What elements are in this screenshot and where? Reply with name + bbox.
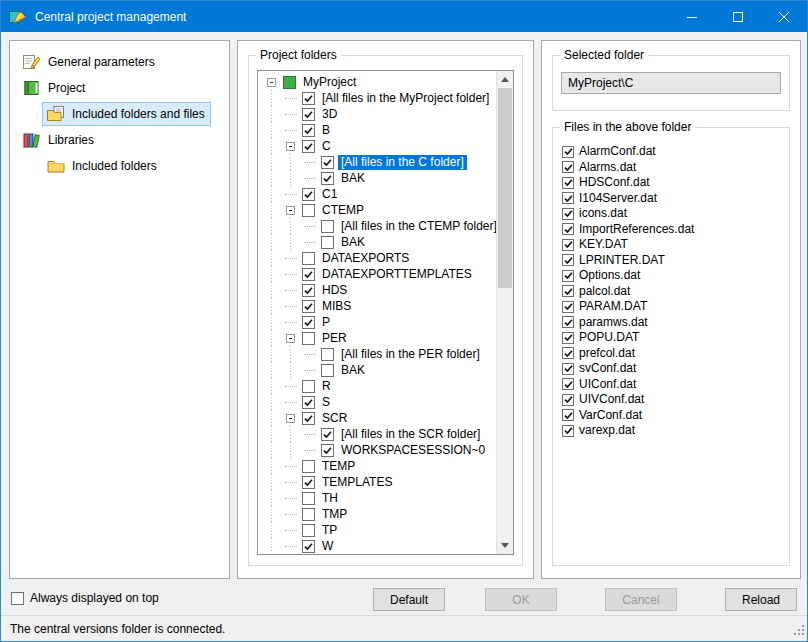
file-item-alarmconf-dat[interactable]: AlarmConf.dat <box>561 144 781 160</box>
tree-item-r[interactable]: R <box>259 378 496 394</box>
checkbox-all-files-in-the-per-folder[interactable] <box>321 348 334 361</box>
file-item-param-dat[interactable]: PARAM.DAT <box>561 299 781 315</box>
file-item-icons-dat[interactable]: icons.dat <box>561 206 781 222</box>
sidebar-item-general-parameters[interactable]: General parameters <box>10 49 229 75</box>
checkbox-alarmconf-dat[interactable] <box>562 146 574 158</box>
checkbox-palcol-dat[interactable] <box>562 285 574 297</box>
tree-item-mibs[interactable]: MIBS <box>259 298 496 314</box>
file-item-key-dat[interactable]: KEY.DAT <box>561 237 781 253</box>
file-item-options-dat[interactable]: Options.dat <box>561 268 781 284</box>
tree-item-bak[interactable]: BAK <box>259 170 496 186</box>
checkbox-per[interactable] <box>302 332 315 345</box>
tree-item-tmp[interactable]: TMP <box>259 506 496 522</box>
file-item-alarms-dat[interactable]: Alarms.dat <box>561 160 781 176</box>
tree-item-all-files-in-the-c-folder[interactable]: [All files in the C folder] <box>259 154 496 170</box>
checkbox-workspacesession-0[interactable] <box>321 444 334 457</box>
tree-item-workspacesession-0[interactable]: WORKSPACESESSION~0 <box>259 442 496 458</box>
checkbox-bak[interactable] <box>321 236 334 249</box>
ok-button[interactable]: OK <box>485 588 557 611</box>
collapse-icon[interactable] <box>267 78 276 87</box>
checkbox-all-files-in-the-scr-folder[interactable] <box>321 428 334 441</box>
scroll-down-button[interactable] <box>497 537 513 554</box>
checkbox-varconf-dat[interactable] <box>562 409 574 421</box>
tree-item-bak[interactable]: BAK <box>259 234 496 250</box>
file-item-uivconf-dat[interactable]: UIVConf.dat <box>561 392 781 408</box>
tree-item-c[interactable]: C <box>259 138 496 154</box>
checkbox-icons-dat[interactable] <box>562 208 574 220</box>
default-button[interactable]: Default <box>373 588 445 611</box>
scroll-up-button[interactable] <box>497 71 513 88</box>
checkbox-alarms-dat[interactable] <box>562 161 574 173</box>
checkbox-lprinter-dat[interactable] <box>562 254 574 266</box>
file-item-hdsconf-dat[interactable]: HDSConf.dat <box>561 175 781 191</box>
tree-item-dataexporttemplates[interactable]: DATAEXPORTTEMPLATES <box>259 266 496 282</box>
file-item-palcol-dat[interactable]: palcol.dat <box>561 284 781 300</box>
collapse-icon[interactable] <box>286 206 295 215</box>
checkbox-varexp-dat[interactable] <box>562 425 574 437</box>
tree-item-3d[interactable]: 3D <box>259 106 496 122</box>
tree-item-all-files-in-the-ctemp-folder[interactable]: [All files in the CTEMP folder] <box>259 218 496 234</box>
checkbox-b[interactable] <box>302 124 315 137</box>
scrollbar-thumb[interactable] <box>498 88 512 288</box>
file-item-varexp-dat[interactable]: varexp.dat <box>561 423 781 439</box>
checkbox-hds[interactable] <box>302 284 315 297</box>
reload-button[interactable]: Reload <box>725 588 797 611</box>
checkbox-ctemp[interactable] <box>302 204 315 217</box>
tree-item-per[interactable]: PER <box>259 330 496 346</box>
sidebar-item-included-folders-and-files[interactable]: Included folders and files <box>10 101 229 127</box>
maximize-button[interactable] <box>715 1 761 32</box>
checkbox-bak[interactable] <box>321 172 334 185</box>
checkbox-options-dat[interactable] <box>562 270 574 282</box>
file-item-uiconf-dat[interactable]: UIConf.dat <box>561 377 781 393</box>
tree-item-p[interactable]: P <box>259 314 496 330</box>
checkbox-key-dat[interactable] <box>562 239 574 251</box>
tree-item-ctemp[interactable]: CTEMP <box>259 202 496 218</box>
file-item-varconf-dat[interactable]: VarConf.dat <box>561 408 781 424</box>
checkbox-scr[interactable] <box>302 412 315 425</box>
titlebar[interactable]: Central project management <box>1 1 807 32</box>
collapse-icon[interactable] <box>286 142 295 151</box>
tree-item-tp[interactable]: TP <box>259 522 496 538</box>
file-item-i104server-dat[interactable]: I104Server.dat <box>561 191 781 207</box>
vertical-scrollbar[interactable] <box>496 71 513 554</box>
checkbox-tmp[interactable] <box>302 508 315 521</box>
tree-item-temp[interactable]: TEMP <box>259 458 496 474</box>
file-item-prefcol-dat[interactable]: prefcol.dat <box>561 346 781 362</box>
file-item-lprinter-dat[interactable]: LPRINTER.DAT <box>561 253 781 269</box>
tree-item-c1[interactable]: C1 <box>259 186 496 202</box>
checkbox-th[interactable] <box>302 492 315 505</box>
checkbox-all-files-in-the-c-folder[interactable] <box>321 156 334 169</box>
tree-item-th[interactable]: TH <box>259 490 496 506</box>
checkbox-bak[interactable] <box>321 364 334 377</box>
tree-item-bak[interactable]: BAK <box>259 362 496 378</box>
checkbox-3d[interactable] <box>302 108 315 121</box>
collapse-icon[interactable] <box>286 334 295 343</box>
checkbox-templates[interactable] <box>302 476 315 489</box>
tree-item-scr[interactable]: SCR <box>259 410 496 426</box>
file-item-svconf-dat[interactable]: svConf.dat <box>561 361 781 377</box>
tree-item-w[interactable]: W <box>259 538 496 553</box>
checkbox-p[interactable] <box>302 316 315 329</box>
checkbox-paramws-dat[interactable] <box>562 316 574 328</box>
tree-item-all-files-in-the-scr-folder[interactable]: [All files in the SCR folder] <box>259 426 496 442</box>
checkbox-importreferences-dat[interactable] <box>562 223 574 235</box>
sidebar-item-libraries[interactable]: Libraries <box>10 127 229 153</box>
checkbox-r[interactable] <box>302 380 315 393</box>
checkbox-c[interactable] <box>302 140 315 153</box>
always-on-top-checkbox[interactable]: Always displayed on top <box>11 591 159 605</box>
checkbox-myproject[interactable] <box>283 76 296 89</box>
checkbox-prefcol-dat[interactable] <box>562 347 574 359</box>
checkbox-always-on-top[interactable] <box>11 592 24 605</box>
sidebar-item-included-folders[interactable]: Included folders <box>10 153 229 179</box>
checkbox-mibs[interactable] <box>302 300 315 313</box>
checkbox-s[interactable] <box>302 396 315 409</box>
tree-item-dataexports[interactable]: DATAEXPORTS <box>259 250 496 266</box>
checkbox-w[interactable] <box>302 540 315 553</box>
tree-item-b[interactable]: B <box>259 122 496 138</box>
tree-item-hds[interactable]: HDS <box>259 282 496 298</box>
checkbox-uivconf-dat[interactable] <box>562 394 574 406</box>
checkbox-hdsconf-dat[interactable] <box>562 177 574 189</box>
tree-item-s[interactable]: S <box>259 394 496 410</box>
tree-item-myproject[interactable]: MyProject <box>259 74 496 90</box>
checkbox-all-files-in-the-myproject-folder[interactable] <box>302 92 315 105</box>
